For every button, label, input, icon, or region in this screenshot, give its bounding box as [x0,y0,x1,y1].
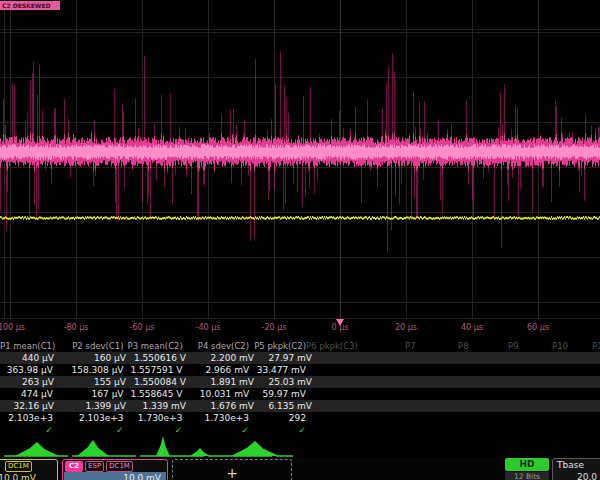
channel-c2-descriptor[interactable]: C2 ESP DC1M 10.0 mV [62,459,168,480]
time-tick: -60 µs [130,323,155,332]
param-header-p4[interactable]: P4 sdev(C2) [186,340,253,352]
hd-mode-badge[interactable]: HD [505,458,549,471]
cell: 59.97 mV [253,388,310,400]
cell: 167 µV [57,388,128,400]
hd-bits-label: 12 Bits [505,472,549,480]
time-tick: -20 µs [262,323,287,332]
cell: 2.966 mV [186,364,253,376]
cell: 474 µV [0,388,57,400]
param-header-p1[interactable]: P1 mean(C1) [0,340,57,352]
table-row-mean: 363.98 µV 158.308 µV 1.557591 V 2.966 mV… [0,364,310,376]
cell: 25.03 mV [258,376,316,388]
cell: 32.16 µV [0,400,58,412]
cell: 1.730e+3 [128,412,187,424]
param-header-p11[interactable]: P11 [592,340,600,352]
cell: 6.135 mV [258,400,316,412]
table-row-num: 2.103e+3 2.103e+3 1.730e+3 1.730e+3 292 [0,412,310,424]
waveform-grid[interactable]: C2 DESKEWED [0,0,600,318]
waveform-canvas [0,0,600,318]
cell: 2.103e+3 [0,412,57,424]
cell: 1.730e+3 [186,412,253,424]
cell: 440 µV [0,352,58,364]
time-axis: -100 µs -80 µs -60 µs -40 µs -20 µs 0 µs… [0,318,600,335]
c1-scale-value: 10.0 mV [0,472,36,480]
trace-label: C2 DESKEWED [0,1,60,10]
param-header-p5[interactable]: P5 pkpk(C2) [253,340,310,352]
table-row-max: 474 µV 167 µV 1.558645 V 10.031 mV 59.97… [0,388,310,400]
cell: 263 µV [0,376,58,388]
cell: 1.339 mV [130,400,190,412]
cell: 10.031 mV [186,388,253,400]
param-header-p8[interactable]: P8 [458,340,469,352]
cell: 2.200 mV [190,352,258,364]
timebase-label: Tbase [557,460,584,470]
cell: 1.399 µV [58,400,130,412]
cell: 27.97 mV [258,352,316,364]
param-header-p10[interactable]: P10 [552,340,568,352]
c1-coupling-tag: DC1M [5,461,32,472]
oscilloscope-screen: C2 DESKEWED -100 µs -80 µs -60 µs -40 µs… [0,0,600,480]
cell: 158.308 µV [57,364,128,376]
cell: 1.550616 V [130,352,190,364]
c2-label: C2 [65,461,83,472]
c2-probe-tag: ESP [85,461,104,472]
param-header-p6[interactable]: P6 pkpk(C3) [306,340,358,352]
cell: 155 µV [58,376,130,388]
trigger-position-marker[interactable] [336,319,344,326]
timebase-scale-value: 20.0 µs/div [577,472,600,480]
time-tick: -100 µs [0,323,25,332]
cell: 1.550084 V [130,376,190,388]
cell: 1.891 mV [190,376,258,388]
param-header-p9[interactable]: P9 [508,340,519,352]
descriptor-bar: DC1M 10.0 mV C2 ESP DC1M 10.0 mV + HD 12… [0,458,600,480]
time-tick: 20 µs [395,323,417,332]
cell: 1.676 mV [190,400,258,412]
time-tick: -40 µs [196,323,221,332]
add-trace-button[interactable]: + [172,459,292,480]
cell: 363.98 µV [0,364,57,376]
time-tick: -80 µs [64,323,89,332]
param-header-p3[interactable]: P3 mean(C2) [128,340,187,352]
time-tick: 40 µs [461,323,483,332]
timebase-descriptor[interactable]: Tbase 20.0 µs/div [552,458,600,480]
table-row-value: 440 µV 160 µV 1.550616 V 2.200 mV 27.97 … [0,352,600,364]
table-row-min: 263 µV 155 µV 1.550084 V 1.891 mV 25.03 … [0,376,600,388]
cell: 33.477 mV [253,364,310,376]
c2-coupling-tag: DC1M [106,461,133,472]
c2-scale-value: 10.0 mV [64,472,166,480]
time-tick: 60 µs [527,323,549,332]
cell: 160 µV [58,352,130,364]
table-row-sdev: 32.16 µV 1.399 µV 1.339 mV 1.676 mV 6.13… [0,400,600,412]
measure-table-header: P1 mean(C1) P2 sdev(C1) P3 mean(C2) P4 s… [0,340,310,352]
cell: 2.103e+3 [57,412,128,424]
measure-table: P1 mean(C1) P2 sdev(C1) P3 mean(C2) P4 s… [0,340,600,433]
param-header-p2[interactable]: P2 sdev(C1) [57,340,128,352]
cell: 292 [253,412,310,424]
channel-c1-descriptor[interactable]: DC1M 10.0 mV [0,459,58,480]
parameter-histicons[interactable] [0,433,600,459]
cell: 1.558645 V [128,388,187,400]
param-header-p7[interactable]: P7 [405,340,416,352]
cell: 1.557591 V [128,364,187,376]
